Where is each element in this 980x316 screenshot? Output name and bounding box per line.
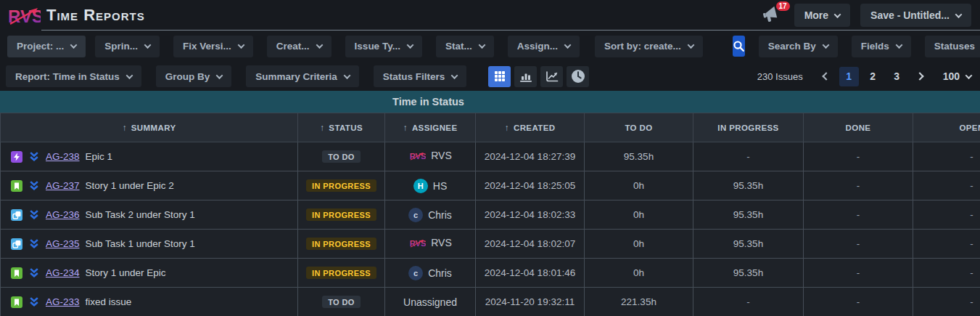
- column-header-created[interactable]: ↑CREATED: [476, 113, 585, 142]
- column-header-open[interactable]: OPEN: [913, 113, 980, 142]
- in-progress-hours-cell: 95.35h: [693, 259, 804, 288]
- issue-key-link[interactable]: AG-236: [46, 209, 80, 220]
- top-actions: 17 More Save - Untitled...: [762, 4, 971, 27]
- filter-project[interactable]: Project: ...: [7, 36, 86, 57]
- view-toggle-group: [488, 66, 589, 87]
- search-icon: [733, 40, 745, 52]
- todo-hours-cell: 95.35h: [585, 142, 693, 171]
- clock-icon: [571, 69, 585, 84]
- rvs-logo-icon: RVS: [7, 4, 41, 27]
- issue-key-link[interactable]: AG-235: [46, 238, 80, 249]
- status-filters-dropdown[interactable]: Status Filters: [374, 65, 467, 87]
- line-chart-view-button[interactable]: [540, 66, 563, 87]
- chevron-down-icon: [822, 41, 829, 49]
- status-badge: IN PROGRESS: [306, 238, 376, 250]
- issue-key-link[interactable]: AG-238: [46, 151, 80, 162]
- page-size-dropdown[interactable]: 100: [943, 70, 971, 82]
- line-chart-icon: [545, 71, 559, 82]
- page-title: Time Reports: [46, 6, 145, 25]
- issue-summary: Story 1 under Epic: [86, 267, 166, 278]
- save-button[interactable]: Save - Untitled...: [860, 4, 971, 27]
- table-row: AG-234 Story 1 under Epic IN PROGRESS c …: [1, 259, 980, 288]
- expand-rows-icon[interactable]: [28, 209, 40, 220]
- filter-issue-type[interactable]: Issue Ty...: [345, 36, 422, 57]
- page-2-button[interactable]: 2: [863, 67, 883, 86]
- status-badge: IN PROGRESS: [306, 208, 376, 221]
- expand-rows-icon[interactable]: [28, 296, 40, 307]
- filter-bar: Project: ... Sprin... Fix Versi... Creat…: [0, 31, 980, 62]
- chevron-down-icon: [216, 72, 223, 79]
- prev-page-button[interactable]: [818, 68, 835, 85]
- open-hours-cell: -: [913, 288, 980, 316]
- column-header-in-progress[interactable]: IN PROGRESS: [693, 113, 804, 142]
- fields-dropdown[interactable]: Fields: [852, 36, 911, 57]
- group-by-dropdown[interactable]: Group By: [156, 65, 232, 87]
- chevron-down-icon: [478, 41, 485, 49]
- created-cell: 2024-12-04 18:25:05: [476, 171, 585, 200]
- assignee: RVS RVS: [408, 150, 452, 161]
- issues-count: 230 Issues: [757, 71, 803, 82]
- sort-asc-icon: ↑: [505, 123, 509, 133]
- announcement-icon[interactable]: 17: [762, 6, 784, 25]
- column-header-status[interactable]: ↑STATUS: [298, 113, 385, 142]
- todo-hours-cell: 0h: [585, 259, 693, 288]
- more-button[interactable]: More: [794, 4, 850, 27]
- epic-icon: [11, 151, 22, 163]
- created-cell: 2024-12-04 18:02:33: [476, 200, 585, 230]
- pagination: 1 2 3 100: [818, 67, 971, 86]
- avatar: c: [408, 266, 423, 280]
- chevron-down-icon: [687, 41, 694, 49]
- next-page-button[interactable]: [911, 68, 928, 85]
- time-in-status-table: ↑SUMMARY ↑STATUS ↑ASSIGNEE ↑CREATED TO D…: [0, 113, 980, 316]
- report-type-dropdown[interactable]: Report: Time in Status: [6, 65, 141, 87]
- page-1-button[interactable]: 1: [839, 67, 859, 86]
- filter-sprint[interactable]: Sprin...: [95, 36, 160, 57]
- search-by-dropdown[interactable]: Search By: [759, 36, 838, 57]
- report-toolbar: Report: Time in Status Group By Summary …: [0, 62, 980, 91]
- rvs-avatar-icon: RVS: [408, 150, 426, 161]
- sort-by-dropdown[interactable]: Sort by: create...: [595, 36, 703, 57]
- done-hours-cell: -: [804, 200, 913, 230]
- chevron-down-icon: [316, 41, 323, 49]
- page-3-button[interactable]: 3: [887, 67, 907, 86]
- chevron-down-icon: [965, 72, 973, 79]
- expand-rows-icon[interactable]: [28, 180, 40, 191]
- issue-summary: fixed issue: [86, 296, 132, 307]
- column-header-todo[interactable]: TO DO: [585, 113, 693, 142]
- column-header-assignee[interactable]: ↑ASSIGNEE: [385, 113, 476, 142]
- summary-criteria-dropdown[interactable]: Summary Criteria: [246, 65, 359, 87]
- issue-summary: Sub Task 1 under Story 1: [86, 238, 195, 249]
- assignee: RVS RVS: [408, 237, 452, 248]
- bar-chart-view-button[interactable]: [514, 66, 537, 87]
- filter-status[interactable]: Stat...: [436, 36, 494, 57]
- column-header-done[interactable]: DONE: [804, 113, 913, 142]
- filter-assignee[interactable]: Assign...: [508, 36, 580, 57]
- expand-rows-icon[interactable]: [28, 151, 40, 162]
- report-banner-title: Time in Status: [392, 96, 464, 108]
- expand-rows-icon[interactable]: [28, 238, 40, 249]
- chevron-down-icon: [955, 11, 963, 18]
- expand-rows-icon[interactable]: [28, 267, 40, 278]
- issue-key-link[interactable]: AG-237: [46, 180, 80, 191]
- subtask-icon: [11, 238, 22, 250]
- statuses-dropdown[interactable]: Statuses: [925, 36, 980, 57]
- story-icon: [11, 180, 22, 192]
- clock-view-button[interactable]: [567, 66, 589, 87]
- story-icon: [11, 267, 22, 279]
- search-button[interactable]: [733, 36, 745, 57]
- todo-hours-cell: 0h: [585, 171, 693, 200]
- filter-fix-version[interactable]: Fix Versi...: [173, 36, 253, 57]
- table-view-button[interactable]: [488, 66, 511, 87]
- issue-key-link[interactable]: AG-233: [46, 296, 80, 307]
- chevron-down-icon: [125, 72, 133, 79]
- table-row: AG-237 Story 1 under Epic 2 IN PROGRESS …: [1, 171, 980, 200]
- issue-summary: Story 1 under Epic 2: [86, 180, 174, 191]
- chevron-down-icon: [564, 41, 571, 49]
- issue-key-link[interactable]: AG-234: [46, 267, 80, 278]
- sort-asc-icon: ↑: [122, 123, 126, 133]
- chevron-left-icon: [822, 72, 830, 80]
- column-header-summary[interactable]: ↑SUMMARY: [1, 113, 298, 142]
- filter-created[interactable]: Creat...: [267, 36, 332, 57]
- done-hours-cell: -: [804, 230, 913, 259]
- status-badge: IN PROGRESS: [306, 179, 376, 192]
